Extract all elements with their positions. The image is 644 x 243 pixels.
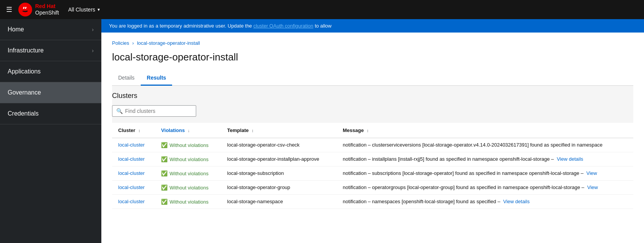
table-row: local-cluster✅Without violationslocal-st…	[112, 138, 633, 152]
cluster-selector[interactable]: All Clusters ▾	[68, 7, 100, 13]
cell-message: notification – installplans [install-rxj…	[337, 152, 633, 166]
table-row: local-cluster✅Without violationslocal-st…	[112, 152, 633, 166]
page-content: Policies › local-storage-operator-instal…	[101, 33, 644, 243]
view-details-link[interactable]: View details	[502, 199, 530, 204]
cell-cluster: local-cluster	[112, 152, 155, 166]
cluster-link[interactable]: local-cluster	[118, 184, 145, 190]
breadcrumb-separator: ›	[132, 40, 134, 46]
cell-cluster: local-cluster	[112, 181, 155, 195]
view-details-link[interactable]: View	[586, 184, 598, 190]
view-details-link[interactable]: View details	[555, 156, 583, 162]
sidebar-item-governance[interactable]: Governance	[0, 82, 101, 103]
breadcrumb: Policies › local-storage-operator-instal…	[112, 40, 633, 46]
check-circle-icon: ✅	[161, 142, 168, 148]
sidebar-item-governance-label: Governance	[8, 89, 41, 96]
check-circle-icon: ✅	[161, 184, 168, 191]
cell-template: local-storage-namespace	[221, 195, 337, 209]
table-row: local-cluster✅Without violationslocal-st…	[112, 166, 633, 181]
admin-banner: You are logged in as a temporary adminis…	[101, 19, 644, 33]
table-header-row: Cluster ↕ Violations ↓ Template ↕	[112, 123, 633, 138]
cluster-link[interactable]: local-cluster	[118, 170, 145, 176]
cell-message: notification – operatorgroups [local-ope…	[337, 181, 633, 195]
oauth-config-link[interactable]: cluster OAuth configuration	[253, 23, 313, 29]
sort-icon-template[interactable]: ↕	[252, 128, 254, 133]
sort-icon-cluster[interactable]: ↕	[138, 128, 140, 133]
redhat-logo-svg	[18, 3, 32, 16]
check-circle-icon: ✅	[161, 199, 168, 205]
sidebar-item-home[interactable]: Home ›	[0, 19, 101, 40]
violation-label: Without violations	[169, 171, 208, 176]
cell-violation: ✅Without violations	[155, 181, 221, 195]
tab-details[interactable]: Details	[112, 71, 141, 86]
tab-results[interactable]: Results	[141, 71, 172, 86]
cell-message: notification – namespaces [openshift-loc…	[337, 195, 633, 209]
cell-template: local-storage-operator-group	[221, 181, 337, 195]
brand-name: Red Hat OpenShift	[35, 3, 59, 16]
violation-label: Without violations	[169, 157, 208, 162]
page-title: local-storage-operator-install	[112, 51, 633, 63]
chevron-right-icon: ›	[92, 26, 94, 33]
col-template: Template ↕	[221, 123, 337, 138]
banner-text-after: to allow	[315, 23, 332, 29]
cell-cluster: local-cluster	[112, 138, 155, 152]
cell-message: notification – subscriptions [local-stor…	[337, 166, 633, 181]
breadcrumb-policies-link[interactable]: Policies	[112, 40, 129, 46]
sidebar-item-applications[interactable]: Applications	[0, 61, 101, 82]
clusters-table: Cluster ↕ Violations ↓ Template ↕	[112, 123, 633, 209]
tab-bar: Details Results	[112, 71, 633, 86]
sidebar-item-home-label: Home	[8, 26, 24, 33]
cell-violation: ✅Without violations	[155, 138, 221, 152]
banner-text: You are logged in as a temporary adminis…	[109, 23, 253, 29]
cell-violation: ✅Without violations	[155, 166, 221, 181]
cluster-link[interactable]: local-cluster	[118, 199, 145, 204]
col-cluster: Cluster ↕	[112, 123, 155, 138]
cell-message: notification – clusterserviceversions [l…	[337, 138, 633, 152]
brand-logo: Red Hat OpenShift	[18, 3, 59, 16]
chevron-down-icon: ▾	[98, 7, 100, 12]
sidebar-item-infrastructure-label: Infrastructure	[8, 47, 44, 54]
clusters-title: Clusters	[112, 92, 633, 105]
content-area: You are logged in as a temporary adminis…	[101, 19, 644, 243]
cluster-link[interactable]: local-cluster	[118, 156, 145, 162]
chevron-right-icon: ›	[92, 47, 94, 54]
hamburger-menu-icon[interactable]: ☰	[6, 5, 12, 14]
sort-icon-message[interactable]: ↕	[367, 128, 369, 133]
col-message: Message ↕	[337, 123, 633, 138]
cell-template: local-storage-subscription	[221, 166, 337, 181]
clusters-section: Clusters 🔍 Cluster ↕	[112, 86, 633, 209]
svg-point-0	[18, 3, 32, 16]
sidebar-item-applications-label: Applications	[8, 68, 41, 75]
cluster-link[interactable]: local-cluster	[118, 142, 145, 148]
violation-label: Without violations	[169, 185, 208, 191]
table-row: local-cluster✅Without violationslocal-st…	[112, 195, 633, 209]
cell-template: local-storage-operator-installplan-appro…	[221, 152, 337, 166]
sort-icon-violations[interactable]: ↓	[188, 128, 190, 133]
table-row: local-cluster✅Without violationslocal-st…	[112, 181, 633, 195]
sidebar-item-infrastructure[interactable]: Infrastructure ›	[0, 40, 101, 61]
search-container: 🔍	[112, 105, 196, 117]
sidebar-item-credentials[interactable]: Credentials	[0, 103, 101, 124]
check-circle-icon: ✅	[161, 156, 168, 162]
search-icon: 🔍	[116, 108, 123, 114]
cell-violation: ✅Without violations	[155, 195, 221, 209]
top-nav: ☰ Red Hat OpenShift All Clusters ▾	[0, 0, 644, 19]
main-layout: Home › Infrastructure › Applications Gov…	[0, 19, 644, 243]
sidebar: Home › Infrastructure › Applications Gov…	[0, 19, 101, 243]
breadcrumb-current: local-storage-operator-install	[137, 40, 200, 46]
sidebar-item-credentials-label: Credentials	[8, 110, 39, 117]
violation-label: Without violations	[169, 142, 208, 148]
violation-label: Without violations	[169, 199, 208, 205]
cell-violation: ✅Without violations	[155, 152, 221, 166]
cell-cluster: local-cluster	[112, 166, 155, 181]
col-violations: Violations ↓	[155, 123, 221, 138]
cell-template: local-storage-operator-csv-check	[221, 138, 337, 152]
view-details-link[interactable]: View	[585, 170, 597, 176]
cluster-selector-label: All Clusters	[68, 7, 95, 13]
check-circle-icon: ✅	[161, 170, 168, 176]
search-input[interactable]	[125, 108, 192, 114]
cell-cluster: local-cluster	[112, 195, 155, 209]
